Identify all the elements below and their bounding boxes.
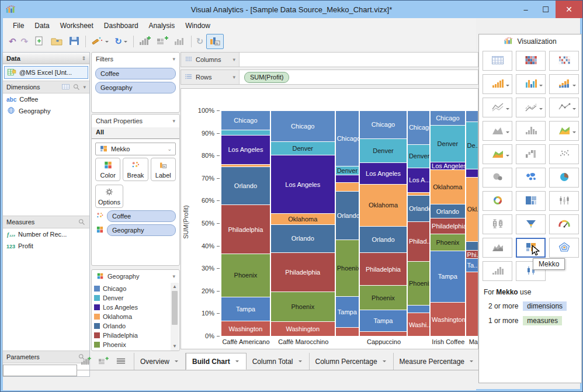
search-icon[interactable] [72,83,81,92]
mekko-segment-los-angeles[interactable]: Los A... [408,168,429,192]
dimension-coffee[interactable]: abcCoffee [3,93,89,105]
viz-type-bubble-chart[interactable] [483,168,512,188]
mekko-segment-tampa[interactable]: Tampa [221,297,270,321]
dimension-geography[interactable]: Geography [3,105,89,117]
rows-shelf[interactable]: Rows ▾ SUM(Profit) [181,70,478,85]
mekko-segment-washington[interactable] [336,327,359,336]
mekko-segment-chicago[interactable]: Chicago [336,110,359,166]
mekko-segment-washington[interactable]: Washington [431,302,465,336]
viz-type-dual-line-chart[interactable] [516,98,546,117]
scroll-up-icon[interactable]: ▲ [172,283,177,291]
viz-type-bar-chart[interactable] [483,74,512,94]
viz-type-side-bar-chart[interactable] [516,74,546,94]
mekko-segment-philadelphia[interactable]: Philadelphia [431,218,465,234]
collapse-icon[interactable]: ▾ [172,273,175,279]
add-worksheet-button[interactable] [80,356,92,367]
chevron-down-icon[interactable] [299,360,302,364]
chevron-down-icon[interactable] [572,108,576,112]
menu-dashboard[interactable]: Dashboard [99,20,144,32]
mekko-segment-denver[interactable]: Denver [360,138,407,162]
mekko-segment-phoenix[interactable]: Phoenix [221,254,270,297]
mekko-segment-philadelphia[interactable]: Philadelphia [360,252,407,285]
mekko-segment-washington[interactable] [466,272,478,336]
mekko-segment-los-angeles[interactable] [336,175,359,183]
legend-item-orlando[interactable]: Orlando [94,321,169,331]
mekko-segment-philadelphia[interactable]: Philad... [408,221,429,261]
break-button[interactable]: Break [123,158,148,181]
viz-type-mountain-chart[interactable] [483,238,512,258]
mekko-segment-chicago[interactable]: Chicago [431,110,465,125]
show-me-button[interactable] [172,34,188,48]
viz-type-pareto-chart[interactable] [516,121,546,141]
viz-type-waterfall-chart[interactable] [516,144,546,164]
scroll-down-icon[interactable]: ▼ [172,342,177,351]
viz-type-radar-chart[interactable] [549,238,579,258]
mekko-segment-denver[interactable]: De... [466,122,478,169]
save-button[interactable] [66,34,82,48]
menu-data[interactable]: Data [29,20,54,32]
viz-type-stacked-area-chart[interactable] [483,144,512,164]
viz-type-text-table[interactable] [483,51,512,71]
viz-type-funnel-chart[interactable] [516,214,546,234]
viz-type-gauge-chart[interactable] [549,214,579,234]
mekko-segment-washington[interactable]: Washi... [408,313,429,336]
mekko-segment-chicago[interactable]: Chicago [221,110,270,130]
add-worksheet-button[interactable] [137,34,153,48]
close-button[interactable]: ✕ [556,1,582,18]
filter-pill-coffee[interactable]: Coffee [95,68,176,79]
tab-column-total[interactable]: Column Total [247,353,310,370]
parameters-box[interactable] [3,365,77,376]
viz-type-donut-chart[interactable] [483,191,512,211]
chevron-down-icon[interactable] [470,360,473,364]
mekko-segment-denver[interactable]: Denver [271,141,335,155]
undo-button[interactable]: ↶ [7,36,18,47]
chevron-down-icon[interactable] [572,85,576,88]
add-dashboard-button[interactable] [98,356,109,367]
legend-item-oklahoma[interactable]: Oklahoma [94,312,169,321]
mekko-segment-tampa[interactable]: Ta... [466,258,478,272]
collapse-icon[interactable]: ▾ [172,56,175,62]
mekko-segment-chicago[interactable]: Chicago [271,110,335,141]
tab-build-chart[interactable]: Build Chart [186,353,247,370]
mekko-segment-washington[interactable]: Washington [271,321,335,336]
chart-labels-button[interactable]: lo [206,34,224,49]
mekko-segment-los-angeles[interactable]: Los Angeles [221,135,270,165]
data-connection[interactable]: @MS Excel [Unt... [4,66,88,79]
mekko-segment-oklahoma[interactable]: Oklahoma [360,184,407,226]
columns-shelf-label[interactable]: Columns ▾ [181,53,240,67]
mekko-segment-orlando[interactable]: Orlando [221,166,270,204]
legend-item-philadelphia[interactable]: Philadelphia [94,331,169,340]
mekko-segment-tampa[interactable] [408,305,429,313]
viz-type-pie-chart[interactable] [549,168,579,188]
list-menu-button[interactable] [115,356,127,367]
mekko-segment-phoenix[interactable]: Phoenix [336,240,359,296]
viz-type-treemap[interactable] [516,191,546,211]
viz-type-area-chart-gray[interactable] [483,121,512,141]
mekko-segment-oklahoma[interactable] [336,182,359,191]
chevron-down-icon[interactable] [383,360,386,364]
color-button[interactable]: Color [95,158,120,181]
mekko-segment-chicago[interactable]: Chicago [408,110,429,144]
tab-column-percentage[interactable]: Column Percentage [310,353,394,370]
mekko-segment-los-angeles[interactable] [466,169,478,177]
rows-shelf-label[interactable]: Rows ▾ [181,70,240,84]
mekko-segment-denver[interactable]: Denver [336,166,359,175]
mekko-segment-tampa[interactable]: Tampa [360,310,407,331]
columns-shelf[interactable]: Columns ▾ [181,52,478,67]
mekko-segment-phoenix[interactable]: Phoenix [431,234,465,251]
chevron-down-icon[interactable] [539,108,543,112]
viz-type-line-chart[interactable] [483,98,512,117]
add-dashboard-button[interactable] [154,34,171,48]
sort-icon[interactable]: ⇕ [81,55,86,61]
mekko-segment-denver[interactable]: Denver [431,125,465,162]
chevron-down-icon[interactable] [572,131,576,135]
legend-scrollbar[interactable]: ▲ ▼ [171,283,179,351]
mekko-segment-orlando[interactable]: Orlando [271,224,335,253]
mekko-segment-philadelphia[interactable]: Philadelphia [271,252,335,291]
viz-type-candlestick-chart[interactable] [549,191,579,211]
chart-type-select[interactable]: Mekko ⌄ [95,143,176,155]
mekko-segment-orlando[interactable]: Orlando [408,195,429,221]
mekko-segment-orlando[interactable]: Orlando [360,226,407,252]
menu-file[interactable]: File [8,20,29,32]
redo-button[interactable]: ↷ [19,36,30,47]
